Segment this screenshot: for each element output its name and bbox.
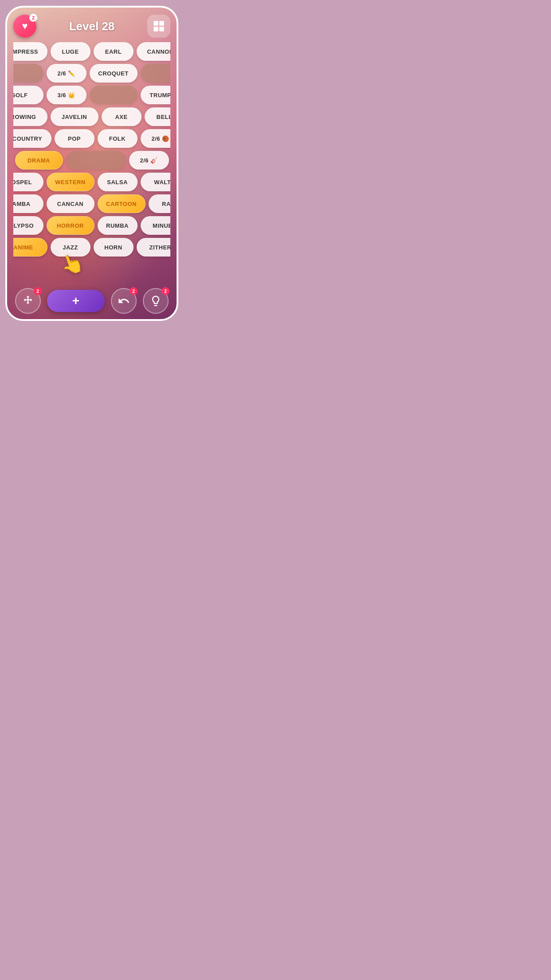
lives-count: 2 xyxy=(29,14,37,22)
word-chip[interactable]: CANNON xyxy=(137,42,171,61)
add-icon: + xyxy=(72,295,79,307)
move-badge: 2 xyxy=(34,287,42,295)
word-chip-empty xyxy=(90,86,138,104)
hint-button[interactable]: 2 xyxy=(143,288,169,314)
word-chip[interactable]: LUGE xyxy=(51,42,91,61)
word-chip[interactable]: JAZZ xyxy=(51,238,91,257)
word-row: GOLF 3/6 👑 TRUMPET xyxy=(13,86,170,104)
word-chip-empty xyxy=(13,64,43,83)
word-chip[interactable]: AXE xyxy=(102,107,142,126)
word-chip[interactable]: RUMBA xyxy=(98,216,138,235)
counter-chip: 2/6 🏀 xyxy=(141,129,171,148)
bottom-bar: 2 + 2 2 xyxy=(13,288,170,314)
menu-button[interactable] xyxy=(147,15,170,38)
undo-badge: 2 xyxy=(130,287,138,295)
word-chip[interactable]: EMPRESS xyxy=(13,42,47,61)
phone-frame: 2 Level 28 EMPRESS LUGE EARL CANNON xyxy=(5,6,178,321)
word-chip[interactable]: POP xyxy=(55,129,94,148)
svg-rect-3 xyxy=(159,27,164,31)
word-chip[interactable]: GOLF xyxy=(13,86,43,104)
word-chip[interactable]: SALSA xyxy=(98,173,138,191)
word-chip-empty xyxy=(141,64,171,83)
word-row: ROWING JAVELIN AXE BELL xyxy=(13,107,170,126)
word-grid: EMPRESS LUGE EARL CANNON 2/6 ✏️ CROQUET … xyxy=(13,42,170,285)
word-row: ANIME JAZZ HORN ZITHER xyxy=(13,238,170,257)
undo-button[interactable]: 2 xyxy=(111,288,137,314)
move-button[interactable]: 2 xyxy=(15,288,41,314)
word-chip[interactable]: CANCAN xyxy=(47,194,94,213)
counter-chip: 3/6 👑 xyxy=(47,86,87,104)
word-chip[interactable]: SAMBA xyxy=(13,194,43,213)
level-title: Level 28 xyxy=(69,20,115,33)
arrows-icon xyxy=(22,295,34,307)
undo-icon xyxy=(118,295,130,307)
word-chip[interactable]: BELL xyxy=(145,107,171,126)
lives-badge: 2 xyxy=(13,15,36,38)
word-chip-gold[interactable]: ANIME xyxy=(13,238,47,257)
counter-chip: 2/6 ✏️ xyxy=(47,64,87,83)
word-chip-gold[interactable]: HORROR xyxy=(47,216,94,235)
hint-badge: 2 xyxy=(161,287,169,295)
word-chip[interactable]: ROWING xyxy=(13,107,47,126)
word-chip-gold[interactable]: WESTERN xyxy=(47,173,94,191)
svg-rect-0 xyxy=(153,21,158,26)
word-chip[interactable]: JAVELIN xyxy=(51,107,98,126)
word-row: DRAMA 2/6 🎸 xyxy=(13,151,170,170)
word-chip-gold[interactable]: CARTOON xyxy=(98,194,146,213)
word-row: EMPRESS LUGE EARL CANNON xyxy=(13,42,170,61)
word-chip[interactable]: COUNTRY xyxy=(13,129,51,148)
word-row: CALYPSO HORROR RUMBA MINUET xyxy=(13,216,170,235)
word-row: COUNTRY POP FOLK 2/6 🏀 xyxy=(13,129,170,148)
word-chip-empty xyxy=(66,151,126,170)
word-chip[interactable]: CROQUET xyxy=(90,64,138,83)
word-chip-gold[interactable]: DRAMA xyxy=(15,151,63,170)
header: 2 Level 28 xyxy=(13,15,170,38)
hint-icon xyxy=(150,295,162,307)
word-chip[interactable]: CALYPSO xyxy=(13,216,43,235)
add-button[interactable]: + xyxy=(47,290,105,312)
word-chip[interactable]: ZITHER xyxy=(137,238,171,257)
word-chip[interactable]: FOLK xyxy=(98,129,138,148)
word-chip[interactable]: TRUMPET xyxy=(141,86,171,104)
grid-icon xyxy=(153,20,165,32)
svg-rect-2 xyxy=(153,27,158,31)
counter-chip: 2/6 🎸 xyxy=(129,151,169,170)
svg-rect-1 xyxy=(159,21,164,26)
word-row: SAMBA CANCAN CARTOON RAP xyxy=(13,194,170,213)
word-chip[interactable]: HORN xyxy=(94,238,134,257)
word-row: 2/6 ✏️ CROQUET xyxy=(13,64,170,83)
word-chip[interactable]: MINUET xyxy=(141,216,171,235)
word-chip[interactable]: GOSPEL xyxy=(13,173,43,191)
word-chip[interactable]: RAP xyxy=(149,194,171,213)
word-chip[interactable]: WALTZ xyxy=(141,173,171,191)
word-row: GOSPEL WESTERN SALSA WALTZ xyxy=(13,173,170,191)
word-chip[interactable]: EARL xyxy=(94,42,134,61)
